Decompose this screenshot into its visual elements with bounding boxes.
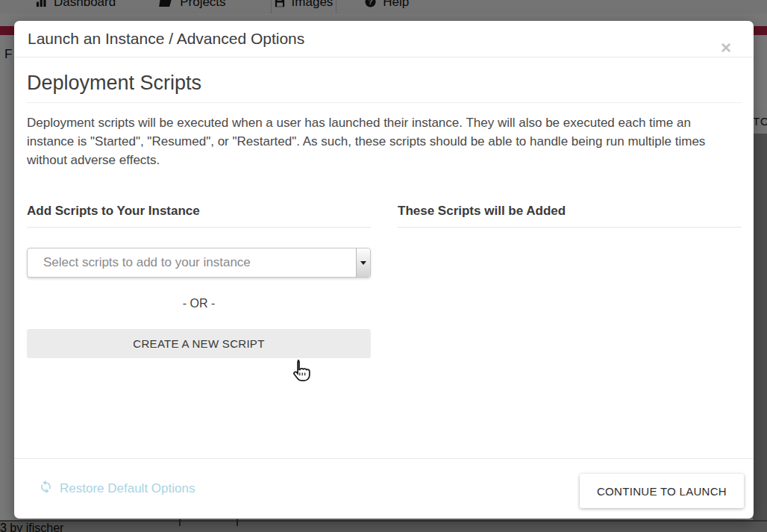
modal-header: Launch an Instance / Advanced Options × <box>14 21 754 57</box>
scripts-select[interactable]: Select scripts to add to your instance <box>27 248 371 278</box>
added-scripts-column: These Scripts will be Added <box>398 204 742 358</box>
continue-to-launch-button[interactable]: CONTINUE TO LAUNCH <box>580 474 744 508</box>
modal-footer: Restore Default Options CONTINUE TO LAUN… <box>14 458 754 519</box>
chevron-down-icon[interactable] <box>356 248 370 277</box>
screen: Dashboard Projects Images <box>0 0 767 532</box>
restore-defaults-button[interactable]: Restore Default Options <box>39 480 195 498</box>
add-scripts-heading: Add Scripts to Your Instance <box>27 204 371 228</box>
added-scripts-heading: These Scripts will be Added <box>398 204 742 228</box>
create-script-button[interactable]: CREATE A NEW SCRIPT <box>27 329 371 358</box>
or-separator-text: - OR - <box>27 297 371 310</box>
close-icon[interactable]: × <box>721 40 731 55</box>
restore-defaults-label: Restore Default Options <box>60 481 195 496</box>
advanced-options-modal: Launch an Instance / Advanced Options × … <box>14 21 754 519</box>
cursor-pointer-icon <box>289 359 312 386</box>
section-heading: Deployment Scripts <box>27 72 742 103</box>
columns: Add Scripts to Your Instance Select scri… <box>27 204 742 358</box>
section-description: Deployment scripts will be executed when… <box>27 113 724 169</box>
modal-title: Launch an Instance / Advanced Options <box>28 30 304 48</box>
scripts-select-placeholder: Select scripts to add to your instance <box>28 255 251 270</box>
sync-icon <box>39 480 53 498</box>
add-scripts-column: Add Scripts to Your Instance Select scri… <box>27 204 371 358</box>
modal-body: Deployment Scripts Deployment scripts wi… <box>14 57 754 358</box>
